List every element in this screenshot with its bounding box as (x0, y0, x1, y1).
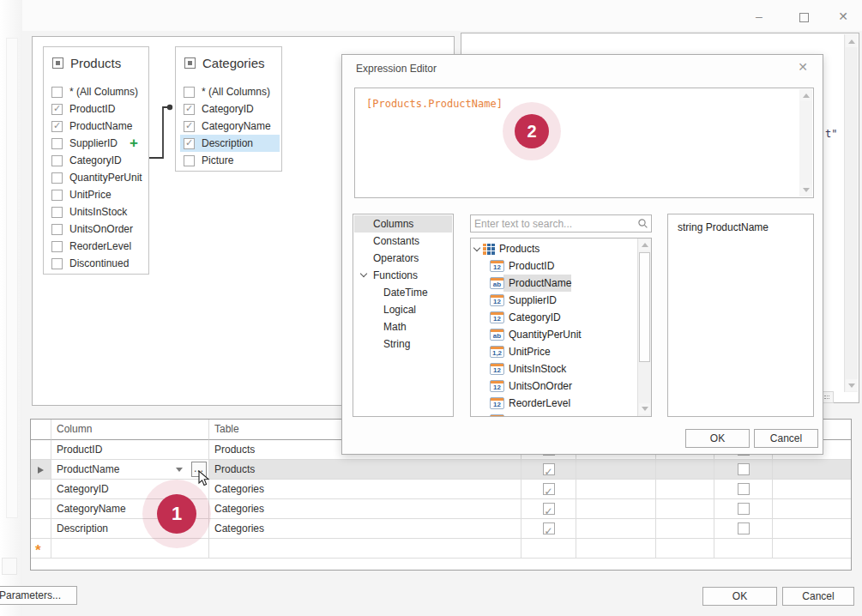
grid-cell-table[interactable]: Categories (209, 499, 521, 519)
checkbox[interactable] (51, 172, 63, 184)
dialog-ok-button[interactable]: OK (685, 429, 750, 448)
category-item-datetime[interactable]: DateTime (354, 284, 452, 301)
expression-textarea[interactable]: [Products.ProductName] (354, 88, 814, 198)
column-row[interactable]: CategoryID (48, 152, 122, 169)
tree-field-reorderlevel[interactable]: 12ReorderLevel (490, 395, 570, 412)
grid-cell[interactable] (576, 519, 656, 539)
chevron-down-icon[interactable] (360, 270, 367, 277)
column-row[interactable]: * (All Columns) (180, 83, 270, 100)
output-checkbox-checked[interactable] (543, 463, 555, 475)
column-row[interactable]: Discontinued (48, 255, 129, 272)
grid-cell[interactable] (773, 499, 851, 519)
grid-cell[interactable] (656, 499, 714, 519)
grid-cell[interactable] (656, 460, 714, 480)
add-column-icon[interactable]: + (130, 138, 138, 148)
table-card-products[interactable]: Products * (All Columns) ProductID Produ… (43, 46, 149, 275)
ok-button[interactable]: OK (702, 587, 777, 606)
scroll-down-icon[interactable] (639, 403, 650, 414)
tree-scrollbar[interactable] (637, 239, 651, 416)
category-item-functions[interactable]: Functions (354, 267, 452, 284)
dropdown-caret-icon[interactable] (176, 468, 183, 472)
grid-cell-output[interactable] (521, 519, 576, 539)
chevron-down-icon[interactable] (473, 244, 480, 251)
checkbox[interactable] (51, 155, 63, 166)
tree-field-unitsinstock[interactable]: 12UnitsInStock (490, 360, 566, 377)
checkbox-checked[interactable] (51, 104, 63, 115)
scroll-down-icon[interactable] (846, 379, 858, 391)
cancel-button[interactable]: Cancel (782, 587, 854, 606)
scroll-down-icon[interactable] (800, 184, 811, 196)
grid-cell-group[interactable] (714, 480, 773, 499)
grid-cell[interactable] (576, 499, 656, 519)
grid-cell-column[interactable]: ProductID (51, 440, 209, 460)
tree-field-unitsonorder[interactable]: 12UnitsOnOrder (490, 377, 572, 395)
category-item-columns[interactable]: Columns (354, 215, 452, 233)
grid-cell-new[interactable] (714, 539, 773, 559)
column-row[interactable]: * (All Columns) (48, 83, 138, 100)
category-item-operators[interactable]: Operators (354, 250, 452, 267)
checkbox-checked[interactable] (51, 121, 63, 132)
grid-cell[interactable] (656, 519, 714, 539)
checkbox[interactable] (51, 224, 63, 235)
expression-scrollbar[interactable] (799, 89, 812, 196)
tree-field-discontinued[interactable]: 12Discontinued (490, 412, 568, 417)
search-input[interactable] (474, 216, 633, 231)
grid-cell[interactable] (576, 460, 656, 480)
grid-header-column[interactable]: Column (51, 420, 209, 440)
grid-cell[interactable] (773, 519, 851, 539)
column-row[interactable]: CategoryID (180, 100, 254, 118)
grid-cell[interactable] (773, 480, 851, 499)
category-item-math[interactable]: Math (354, 318, 452, 335)
tree-field-categoryid[interactable]: 12CategoryID (490, 309, 561, 326)
group-checkbox[interactable] (738, 463, 750, 475)
column-row[interactable]: CategoryName (180, 118, 271, 135)
grid-cell-new[interactable] (656, 539, 714, 559)
parameters-button[interactable]: Parameters... (0, 586, 77, 605)
checkbox[interactable] (51, 190, 63, 201)
tree-field-quantityperunit[interactable]: abQuantityPerUnit (490, 326, 582, 343)
tree-node-products[interactable]: Products (474, 240, 540, 257)
grid-cell-column-editor[interactable]: ProductName … (51, 460, 209, 480)
scroll-up-icon[interactable] (800, 90, 811, 101)
checkbox[interactable] (51, 138, 63, 149)
tree-field-supplierid[interactable]: 12SupplierID (490, 292, 557, 309)
checkbox[interactable] (51, 241, 63, 252)
column-row-description-highlighted[interactable]: Description (180, 135, 280, 152)
checkbox[interactable] (51, 258, 63, 269)
output-checkbox-checked[interactable] (543, 483, 555, 495)
grid-cell[interactable] (576, 480, 656, 499)
grid-cell[interactable] (656, 480, 714, 499)
grid-cell[interactable] (773, 460, 851, 480)
column-row[interactable]: QuantityPerUnit (48, 169, 142, 186)
checkbox[interactable] (51, 87, 63, 98)
category-item-string[interactable]: String (354, 335, 452, 353)
dialog-cancel-button[interactable]: Cancel (754, 429, 818, 448)
scroll-up-icon[interactable] (846, 35, 858, 47)
dialog-close-icon[interactable]: ✕ (795, 60, 811, 74)
column-row[interactable]: ProductName (48, 118, 132, 135)
group-checkbox[interactable] (738, 522, 750, 534)
output-checkbox-checked[interactable] (543, 522, 555, 534)
group-checkbox[interactable] (738, 483, 750, 495)
group-checkbox[interactable] (738, 503, 750, 515)
tree-field-productname-selected[interactable]: abProductName (490, 275, 571, 292)
checkbox[interactable] (51, 207, 63, 218)
column-row[interactable]: UnitPrice (48, 186, 112, 203)
table-card-categories[interactable]: Categories * (All Columns) CategoryID Ca… (175, 46, 282, 172)
output-checkbox-checked[interactable] (543, 503, 555, 515)
grid-cell-output[interactable] (521, 499, 576, 519)
grid-cell-output[interactable] (521, 480, 576, 499)
column-row[interactable]: ProductID (48, 100, 115, 118)
category-item-constants[interactable]: Constants (354, 233, 452, 250)
maximize-icon[interactable] (791, 7, 817, 26)
grid-cell-output[interactable] (521, 460, 576, 480)
category-item-logical[interactable]: Logical (354, 301, 452, 318)
grid-cell-new[interactable] (521, 539, 576, 559)
scroll-up-icon[interactable] (639, 239, 650, 251)
grid-cell-group[interactable] (714, 460, 773, 480)
grid-cell-group[interactable] (714, 499, 773, 519)
grid-cell-new[interactable] (576, 539, 656, 559)
column-row[interactable]: UnitsOnOrder (48, 220, 133, 238)
sql-vertical-scrollbar[interactable] (844, 34, 858, 392)
column-row[interactable]: SupplierID+ (48, 135, 138, 152)
